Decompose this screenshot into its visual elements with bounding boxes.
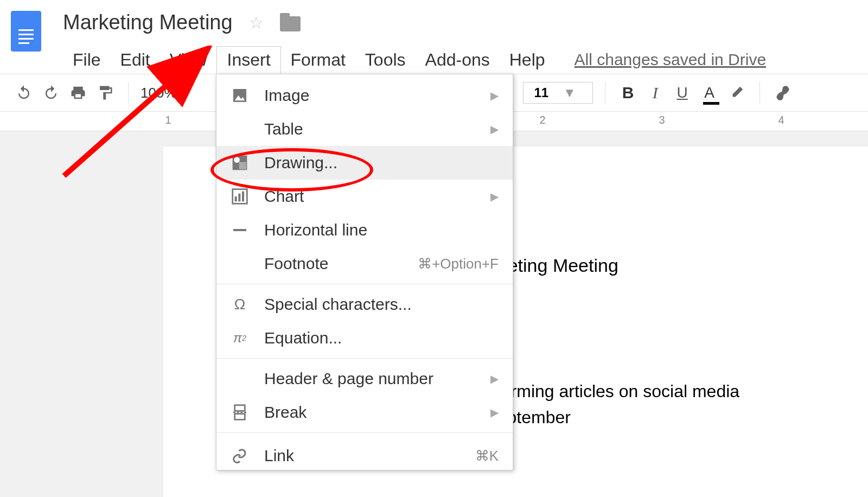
menu-tools[interactable]: Tools [355,47,416,73]
ruler-mark-1: 1 [165,112,171,126]
folder-move-icon[interactable] [280,16,301,31]
undo-icon[interactable] [13,82,35,104]
submenu-arrow-icon: ▶ [490,406,499,419]
insert-drawing[interactable]: Drawing... [216,146,513,180]
highlight-color-icon[interactable] [726,82,748,104]
paint-format-icon[interactable] [94,82,116,104]
menu-file[interactable]: File [63,47,111,73]
insert-chart[interactable]: Chart ▶ [216,180,513,213]
bold-icon[interactable]: B [617,82,639,104]
menu-format[interactable]: Format [281,47,355,73]
save-status[interactable]: All changes saved in Drive [575,50,767,69]
google-docs-icon[interactable] [11,11,41,52]
insert-special-characters[interactable]: Ω Special characters... [216,288,513,321]
submenu-arrow-icon: ▶ [490,89,499,102]
insert-equation[interactable]: π2 Equation... [216,321,513,355]
svg-rect-8 [242,192,244,202]
insert-menu-dropdown: Image ▶ Table ▶ Drawing... Chart ▶ Horiz… [216,74,513,470]
insert-horizontal-line[interactable]: Horizontal line [216,213,513,247]
zoom-level[interactable]: 100% [141,85,177,101]
page-break-icon [231,403,249,422]
insert-footnote[interactable]: Footnote ⌘+Option+F [216,247,513,281]
pi-squared-icon: π2 [231,329,249,347]
insert-header-page-number[interactable]: Header & page number ▶ [216,362,513,396]
insert-image[interactable]: Image ▶ [216,79,513,112]
submenu-arrow-icon: ▶ [490,123,499,136]
insert-link[interactable]: Link ⌘K [216,436,513,470]
submenu-arrow-icon: ▶ [490,372,499,385]
svg-rect-10 [235,405,245,411]
horizontal-line-icon [231,221,249,239]
insert-table[interactable]: Table ▶ [216,112,513,146]
menu-help[interactable]: Help [500,47,555,73]
ruler-mark-2: 2 [539,112,545,126]
insert-link-icon[interactable] [772,82,794,104]
svg-rect-11 [235,414,245,420]
chart-icon [231,187,249,206]
star-icon[interactable]: ☆ [249,13,264,32]
text-color-icon[interactable]: A [699,82,720,104]
submenu-arrow-icon: ▶ [490,190,499,203]
document-title[interactable]: Marketing Meeting [63,11,233,34]
menu-insert[interactable]: Insert [216,46,280,73]
redo-icon[interactable] [40,82,62,104]
svg-rect-7 [238,194,240,202]
print-icon[interactable] [67,82,89,104]
underline-icon[interactable]: U [672,82,693,104]
footnote-shortcut: ⌘+Option+F [418,256,499,272]
font-size-input[interactable]: 11 ▼ [523,82,593,104]
font-size-value: 11 [534,85,549,100]
svg-rect-4 [239,162,246,169]
insert-break[interactable]: Break ▶ [216,396,513,429]
link-shortcut: ⌘K [475,448,499,464]
ruler-mark-4: 4 [778,112,784,126]
omega-icon: Ω [231,295,249,314]
menu-bar: File Edit View Insert Format Tools Add-o… [63,46,766,73]
svg-rect-6 [235,196,237,201]
app-header: Marketing Meeting ☆ File Edit View Inser… [0,0,868,74]
menu-view[interactable]: View [160,47,217,73]
image-icon [231,86,249,105]
drawing-icon [231,154,249,172]
ruler-mark-3: 3 [659,112,665,126]
menu-addons[interactable]: Add-ons [416,47,500,73]
svg-point-3 [234,157,240,163]
menu-edit[interactable]: Edit [111,47,160,73]
link-icon [231,447,249,465]
italic-icon[interactable]: I [644,82,666,104]
